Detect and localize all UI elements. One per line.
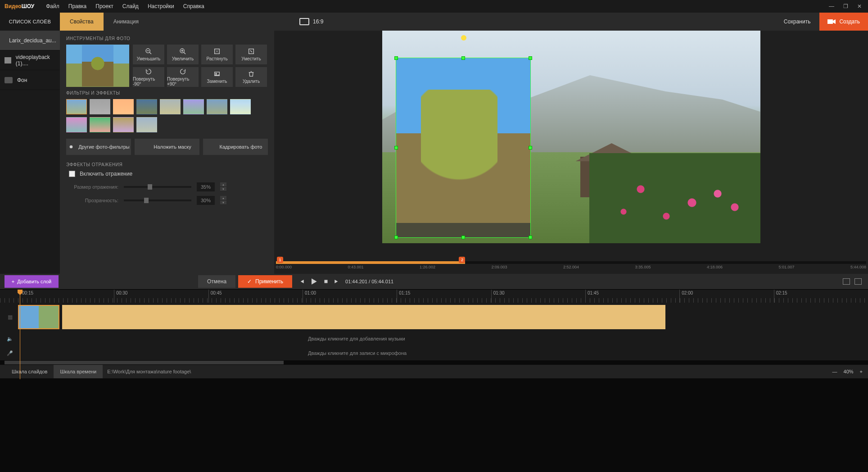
reflection-opacity-value[interactable]: 30% [197, 196, 215, 205]
menu-items: Файл Правка Проект Слайд Настройки Справ… [41, 0, 209, 12]
filter-thumb[interactable] [207, 99, 227, 114]
aspect-icon [299, 18, 309, 25]
mic-icon: 🎤 [5, 348, 15, 359]
resize-handle[interactable] [529, 236, 532, 239]
status-bar: Шкала слайдов Шкала времени E:\Work\Для … [0, 365, 868, 378]
preview-timeline[interactable]: 1 2 0:00.0000:43.0011:26.0022:09.0032:52… [274, 261, 868, 274]
playhead[interactable] [20, 290, 20, 379]
close-icon[interactable]: ✕ [855, 2, 863, 10]
slider-label: Прозрачность: [69, 198, 118, 203]
mask-button[interactable]: Наложить маску [135, 139, 199, 155]
resize-handle[interactable] [394, 236, 398, 239]
filter-thumb[interactable] [160, 99, 181, 114]
aspect-ratio[interactable]: 16:9 [299, 13, 323, 31]
enable-reflection-checkbox[interactable]: Включить отражение [69, 171, 268, 177]
reflection-size-row: Размер отражения: 35% ▲▼ [69, 182, 268, 191]
resize-handle[interactable] [529, 56, 532, 60]
minimize-icon[interactable]: — [827, 2, 836, 10]
filter-thumb[interactable] [136, 99, 157, 114]
zoom-out-button[interactable]: Уменьшить [133, 45, 164, 64]
replace-button[interactable]: Заменить [201, 67, 233, 87]
filter-thumb[interactable] [136, 117, 157, 132]
menu-edit[interactable]: Правка [64, 0, 91, 12]
music-track[interactable]: 🔈 Дважды кликните для добавления музыки [0, 331, 868, 346]
menu-help[interactable]: Справка [179, 0, 209, 12]
fit-button[interactable]: Уместить [235, 45, 267, 64]
filter-thumb[interactable] [113, 117, 134, 132]
delete-button[interactable]: Удалить [235, 67, 267, 87]
snapshot-icon[interactable] [843, 278, 850, 285]
layer-item[interactable]: Larix_decidua_au... [0, 31, 60, 50]
prev-icon[interactable] [298, 278, 305, 285]
resize-handle[interactable] [394, 146, 398, 150]
filter-thumb[interactable] [90, 117, 110, 132]
more-filters-button[interactable]: Другие фото-фильтры [66, 139, 131, 155]
filter-thumb[interactable] [90, 99, 110, 114]
save-button[interactable]: Сохранить [775, 13, 820, 31]
apply-button[interactable]: ✓Применить [238, 275, 292, 288]
zoom-in-button[interactable]: Увеличить [167, 45, 199, 64]
checkbox-icon [69, 171, 75, 177]
tab-properties[interactable]: Свойства [60, 13, 104, 31]
spinner[interactable]: ▲▼ [220, 196, 226, 205]
rotate-right-button[interactable]: Повернуть +90° [167, 67, 199, 87]
preview-canvas[interactable] [382, 31, 760, 243]
resize-handle[interactable] [394, 56, 398, 60]
create-button[interactable]: Создать [819, 13, 868, 31]
maximize-icon[interactable]: ❐ [841, 2, 850, 10]
crop-button[interactable]: Кадрировать фото [203, 139, 268, 155]
menu-slide[interactable]: Слайд [118, 0, 143, 12]
next-icon[interactable] [334, 278, 340, 285]
tab-animation[interactable]: Анимация [104, 13, 149, 31]
stretch-button[interactable]: Растянуть [201, 45, 233, 64]
timecode: 01:44.201 / 05:44.011 [345, 279, 393, 284]
reflection-opacity-slider[interactable] [124, 200, 191, 201]
reflection-size-value[interactable]: 35% [197, 182, 215, 191]
spinner[interactable]: ▲▼ [220, 182, 226, 191]
filter-thumb[interactable] [66, 117, 87, 132]
zoom-out-icon[interactable]: — [832, 369, 837, 374]
filter-thumb[interactable] [66, 99, 87, 114]
keyframe-2[interactable]: 2 [459, 257, 465, 263]
filter-thumb[interactable] [113, 99, 134, 114]
fullscreen-icon[interactable] [854, 278, 862, 285]
layer-label: Фон [17, 77, 27, 83]
resize-handle[interactable] [529, 146, 532, 150]
section-title: ФИЛЬТРЫ И ЭФФЕКТЫ [66, 91, 268, 95]
keyframe-1[interactable]: 1 [277, 257, 283, 263]
menu-file[interactable]: Файл [41, 0, 64, 12]
rotate-left-button[interactable]: Повернуть -90° [133, 67, 164, 87]
add-layer-button[interactable]: +Добавить слой [5, 275, 59, 288]
rotation-handle[interactable] [461, 35, 466, 41]
reflection-size-slider[interactable] [124, 186, 191, 188]
mic-track[interactable]: 🎤 Дважды кликните для записи с микрофона [0, 346, 868, 360]
svg-point-12 [70, 145, 73, 149]
tab-timeline[interactable]: Шкала времени [54, 365, 103, 378]
timeline-ruler[interactable]: 00:15 00:30 00:45 01:00 01:15 01:30 01:4… [0, 289, 868, 303]
cancel-button[interactable]: Отмена [198, 275, 235, 288]
clip-thumbnail[interactable] [18, 305, 59, 329]
filter-thumb[interactable] [230, 99, 251, 114]
preview-panel: 1 2 0:00.0000:43.0011:26.0022:09.0032:52… [274, 31, 868, 274]
tab-slides[interactable]: Шкала слайдов [5, 365, 54, 378]
resize-handle[interactable] [461, 236, 465, 239]
timeline-scrollbar[interactable] [0, 360, 868, 365]
filter-thumb[interactable] [183, 99, 204, 114]
topbar: СПИСОК СЛОЁВ Свойства Анимация 16:9 Сохр… [0, 13, 868, 31]
layer-item[interactable]: videoplayback (1).... [0, 50, 60, 70]
play-icon[interactable] [309, 277, 318, 286]
stop-icon[interactable] [323, 278, 329, 285]
zoom-controls: — 40% + [832, 369, 863, 374]
svg-line-2 [149, 52, 151, 54]
center-handle[interactable] [461, 145, 466, 150]
main-area: Larix_decidua_au... videoplayback (1)...… [0, 31, 868, 274]
selected-layer[interactable] [396, 58, 531, 238]
clip-duration[interactable] [62, 305, 665, 329]
resize-handle[interactable] [461, 56, 465, 60]
layer-item[interactable]: Фон [0, 70, 60, 90]
video-track[interactable]: ▦ [0, 303, 868, 331]
check-icon: ✓ [247, 278, 252, 285]
menu-settings[interactable]: Настройки [143, 0, 179, 12]
menu-project[interactable]: Проект [91, 0, 118, 12]
zoom-in-icon[interactable]: + [860, 369, 863, 374]
